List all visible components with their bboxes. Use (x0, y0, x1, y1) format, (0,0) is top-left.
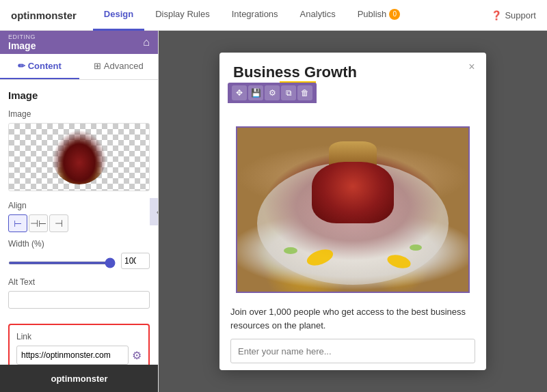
popup-card: × Business Growth Starts Here ✥ 💾 ⚙ ⧉ 🗑 (219, 53, 486, 371)
popup-body: Join over 1,000 people who get access to… (219, 298, 486, 370)
logo-text: optinmonster (11, 10, 77, 21)
question-icon: ❓ (491, 10, 502, 20)
nav-integrations[interactable]: Integrations (221, 0, 289, 31)
pencil-icon: ✏ (18, 61, 25, 71)
align-left-button[interactable]: ⊢ (8, 214, 27, 232)
tab-advanced-label: Advanced (104, 61, 144, 71)
nav-publish[interactable]: Publish 0 (347, 0, 412, 31)
nav-display-rules[interactable]: Display Rules (144, 0, 220, 31)
tab-advanced[interactable]: ⊞ Advanced (79, 54, 159, 79)
editing-bar: EDITING Image ⌂ (0, 31, 158, 54)
watermark-text: optinmonster (51, 374, 107, 384)
alt-text-input[interactable] (8, 291, 150, 309)
food-image (237, 128, 468, 292)
width-label: Width (%) (8, 239, 150, 249)
home-button[interactable]: ⌂ (143, 36, 150, 48)
link-input-row: ⚙ (16, 346, 142, 365)
support-link[interactable]: ❓ Support (491, 10, 536, 20)
nav-design[interactable]: Design (93, 0, 144, 31)
popup-image-element[interactable] (236, 126, 470, 293)
align-label: Align (8, 201, 150, 210)
alt-text-field-group: Alt Text (8, 277, 150, 317)
logo: optinmonster (11, 10, 77, 21)
support-text: Support (505, 10, 536, 20)
bottom-watermark: optinmonster (0, 365, 159, 392)
align-buttons: ⊢ ⊣⊢ ⊣ (8, 214, 150, 232)
publish-label: Publish (358, 9, 387, 19)
popup-title-line1: Business Growth (233, 64, 357, 81)
popup-description: Join over 1,000 people who get access to… (230, 305, 475, 332)
tab-content[interactable]: ✏ Content (0, 54, 79, 79)
width-row (8, 253, 150, 269)
canvas-area: × Business Growth Starts Here ✥ 💾 ⚙ ⧉ 🗑 (159, 31, 547, 392)
alt-text-label: Alt Text (8, 277, 150, 287)
image-thumbnail (52, 130, 107, 184)
toolbar-move-icon[interactable]: ✥ (232, 85, 247, 100)
align-field-group: Align ⊢ ⊣⊢ ⊣ (8, 201, 150, 232)
panel-tabs: ✏ Content ⊞ Advanced (0, 54, 158, 80)
align-center-button[interactable]: ⊣⊢ (29, 214, 48, 232)
align-right-button[interactable]: ⊣ (49, 214, 68, 232)
link-input[interactable] (16, 346, 129, 365)
toolbar-duplicate-icon[interactable]: ⧉ (281, 85, 296, 100)
close-popup-button[interactable]: × (464, 59, 479, 74)
width-input[interactable] (121, 253, 150, 269)
section-title: Image (8, 89, 150, 101)
editing-label: EDITING (8, 33, 36, 40)
editing-info: EDITING Image (8, 33, 36, 51)
panel-content: Image Image Align ⊢ ⊣⊢ ⊣ Width (%) (0, 80, 158, 392)
steak-shape (312, 162, 394, 223)
grid-icon: ⊞ (94, 61, 101, 71)
width-slider[interactable] (8, 262, 116, 264)
tab-content-label: Content (28, 61, 62, 71)
popup-name-input[interactable] (230, 339, 475, 363)
nav-analytics[interactable]: Analytics (289, 0, 347, 31)
link-gear-button[interactable]: ⚙ (131, 346, 142, 365)
left-panel: EDITING Image ⌂ ✏ Content ⊞ Advanced Ima… (0, 31, 159, 392)
toolbar-delete-icon[interactable]: 🗑 (297, 85, 312, 100)
toolbar-settings-icon[interactable]: ⚙ (265, 85, 280, 100)
image-field-group: Image (8, 109, 150, 191)
logo-area: optinmonster (11, 10, 77, 21)
nav-links: Design Display Rules Integrations Analyt… (93, 0, 492, 31)
link-label: Link (16, 332, 142, 341)
nav-right: ❓ Support (491, 10, 536, 20)
toolbar-save-icon[interactable]: 💾 (248, 85, 263, 100)
image-element-toolbar: ✥ 💾 ⚙ ⧉ 🗑 (228, 83, 317, 103)
publish-badge: 0 (389, 9, 400, 20)
width-field-group: Width (%) (8, 239, 150, 269)
panel-toggle[interactable]: ‹ (150, 198, 159, 225)
top-nav: optinmonster Design Display Rules Integr… (0, 0, 547, 31)
image-preview[interactable] (8, 123, 150, 191)
image-element-wrapper: ✥ 💾 ⚙ ⧉ 🗑 (228, 104, 478, 293)
editing-name: Image (8, 40, 36, 51)
image-field-label: Image (8, 109, 150, 119)
width-slider-container (8, 256, 116, 266)
